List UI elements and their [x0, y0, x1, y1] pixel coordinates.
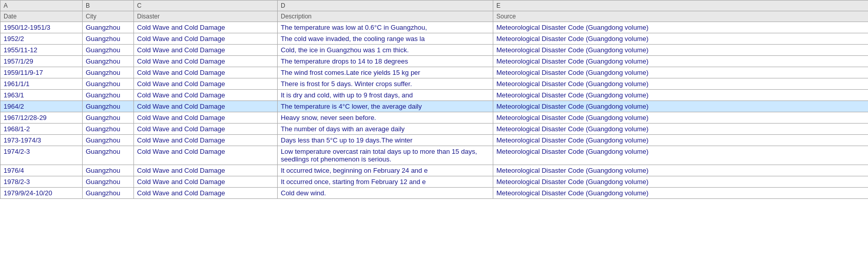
date-cell: 1973-1974/3 — [1, 135, 83, 146]
city-cell: Guangzhou — [83, 188, 134, 199]
table-row[interactable]: 1952/2GuangzhouCold Wave and Cold Damage… — [1, 33, 869, 45]
date-cell: 1968/1-2 — [1, 124, 83, 135]
disaster-cell: Cold Wave and Cold Damage — [134, 112, 278, 124]
description-cell: The temperature was low at 0.6°C in Guan… — [278, 22, 493, 33]
table-row[interactable]: 1955/11-12GuangzhouCold Wave and Cold Da… — [1, 45, 869, 56]
description-cell: The cold wave invaded, the cooling range… — [278, 33, 493, 45]
disaster-cell: Cold Wave and Cold Damage — [134, 135, 278, 146]
date-cell: 1950/12-1951/3 — [1, 22, 83, 33]
description-cell: The temperature drops to 14 to 18 degree… — [278, 56, 493, 67]
city-cell: Guangzhou — [83, 101, 134, 112]
disaster-cell: Cold Wave and Cold Damage — [134, 56, 278, 67]
city-header: City — [83, 11, 134, 22]
table-row[interactable]: 1963/1GuangzhouCold Wave and Cold Damage… — [1, 90, 869, 101]
source-header: Source — [493, 11, 869, 22]
table-row[interactable]: 1978/2-3GuangzhouCold Wave and Cold Dama… — [1, 176, 869, 188]
city-cell: Guangzhou — [83, 45, 134, 56]
source-cell: Meteorological Disaster Code (Guangdong … — [493, 90, 869, 101]
source-cell: Meteorological Disaster Code (Guangdong … — [493, 146, 869, 165]
city-cell: Guangzhou — [83, 146, 134, 165]
disaster-cell: Cold Wave and Cold Damage — [134, 176, 278, 188]
source-cell: Meteorological Disaster Code (Guangdong … — [493, 135, 869, 146]
description-cell: Cold dew wind. — [278, 188, 493, 199]
table-row[interactable]: 1968/1-2GuangzhouCold Wave and Cold Dama… — [1, 124, 869, 135]
date-cell: 1955/11-12 — [1, 45, 83, 56]
table-row[interactable]: 1973-1974/3GuangzhouCold Wave and Cold D… — [1, 135, 869, 146]
source-cell: Meteorological Disaster Code (Guangdong … — [493, 22, 869, 33]
description-cell: It occurred twice, beginning on February… — [278, 165, 493, 176]
disaster-cell: Cold Wave and Cold Damage — [134, 33, 278, 45]
col-c-header: C — [134, 1, 278, 11]
source-cell: Meteorological Disaster Code (Guangdong … — [493, 112, 869, 124]
description-header: Description — [278, 11, 493, 22]
disaster-cell: Cold Wave and Cold Damage — [134, 67, 278, 78]
col-d-header: D — [278, 1, 493, 11]
table-row[interactable]: 1976/4GuangzhouCold Wave and Cold Damage… — [1, 165, 869, 176]
city-cell: Guangzhou — [83, 176, 134, 188]
date-cell: 1976/4 — [1, 165, 83, 176]
city-cell: Guangzhou — [83, 67, 134, 78]
column-letter-row: A B C D E — [1, 1, 869, 11]
table-row[interactable]: 1961/1/1GuangzhouCold Wave and Cold Dama… — [1, 78, 869, 90]
data-table: A B C D E Date City Disaster Description… — [0, 0, 868, 199]
date-cell: 1974/2-3 — [1, 146, 83, 165]
source-cell: Meteorological Disaster Code (Guangdong … — [493, 33, 869, 45]
table-row[interactable]: 1974/2-3GuangzhouCold Wave and Cold Dama… — [1, 146, 869, 165]
table-row[interactable]: 1957/1/29GuangzhouCold Wave and Cold Dam… — [1, 56, 869, 67]
description-cell: It occurred once, starting from February… — [278, 176, 493, 188]
description-cell: Days less than 5°C up to 19 days.The win… — [278, 135, 493, 146]
date-cell: 1959/11/9-17 — [1, 67, 83, 78]
table-row[interactable]: 1979/9/24-10/20GuangzhouCold Wave and Co… — [1, 188, 869, 199]
disaster-cell: Cold Wave and Cold Damage — [134, 101, 278, 112]
description-cell: Heavy snow, never seen before. — [278, 112, 493, 124]
col-a-header: A — [1, 1, 83, 11]
date-header: Date — [1, 11, 83, 22]
disaster-cell: Cold Wave and Cold Damage — [134, 165, 278, 176]
city-cell: Guangzhou — [83, 78, 134, 90]
disaster-cell: Cold Wave and Cold Damage — [134, 45, 278, 56]
table-row[interactable]: 1964/2GuangzhouCold Wave and Cold Damage… — [1, 101, 869, 112]
city-cell: Guangzhou — [83, 124, 134, 135]
city-cell: Guangzhou — [83, 56, 134, 67]
date-cell: 1961/1/1 — [1, 78, 83, 90]
city-cell: Guangzhou — [83, 22, 134, 33]
city-cell: Guangzhou — [83, 90, 134, 101]
date-cell: 1964/2 — [1, 101, 83, 112]
col-e-header: E — [493, 1, 869, 11]
table-row[interactable]: 1959/11/9-17GuangzhouCold Wave and Cold … — [1, 67, 869, 78]
disaster-cell: Cold Wave and Cold Damage — [134, 78, 278, 90]
source-cell: Meteorological Disaster Code (Guangdong … — [493, 67, 869, 78]
city-cell: Guangzhou — [83, 112, 134, 124]
disaster-header: Disaster — [134, 11, 278, 22]
date-cell: 1967/12/28-29 — [1, 112, 83, 124]
date-cell: 1963/1 — [1, 90, 83, 101]
source-cell: Meteorological Disaster Code (Guangdong … — [493, 78, 869, 90]
table-row[interactable]: 1967/12/28-29GuangzhouCold Wave and Cold… — [1, 112, 869, 124]
disaster-cell: Cold Wave and Cold Damage — [134, 124, 278, 135]
col-b-header: B — [83, 1, 134, 11]
date-cell: 1978/2-3 — [1, 176, 83, 188]
description-cell: Cold, the ice in Guangzhou was 1 cm thic… — [278, 45, 493, 56]
date-cell: 1957/1/29 — [1, 56, 83, 67]
city-cell: Guangzhou — [83, 33, 134, 45]
city-cell: Guangzhou — [83, 135, 134, 146]
description-cell: The wind frost comes.Late rice yields 15… — [278, 67, 493, 78]
city-cell: Guangzhou — [83, 165, 134, 176]
source-cell: Meteorological Disaster Code (Guangdong … — [493, 56, 869, 67]
spreadsheet-container: A B C D E Date City Disaster Description… — [0, 0, 868, 199]
description-cell: The temperature is 4°C lower, the averag… — [278, 101, 493, 112]
source-cell: Meteorological Disaster Code (Guangdong … — [493, 45, 869, 56]
description-cell: The number of days with an average daily — [278, 124, 493, 135]
date-cell: 1952/2 — [1, 33, 83, 45]
disaster-cell: Cold Wave and Cold Damage — [134, 188, 278, 199]
source-cell: Meteorological Disaster Code (Guangdong … — [493, 176, 869, 188]
description-cell: Low temperature overcast rain total days… — [278, 146, 493, 165]
disaster-cell: Cold Wave and Cold Damage — [134, 90, 278, 101]
table-row[interactable]: 1950/12-1951/3GuangzhouCold Wave and Col… — [1, 22, 869, 33]
description-cell: It is dry and cold, with up to 9 frost d… — [278, 90, 493, 101]
disaster-cell: Cold Wave and Cold Damage — [134, 146, 278, 165]
source-cell: Meteorological Disaster Code (Guangdong … — [493, 124, 869, 135]
description-cell: There is frost for 5 days. Winter crops … — [278, 78, 493, 90]
source-cell: Meteorological Disaster Code (Guangdong … — [493, 165, 869, 176]
source-cell: Meteorological Disaster Code (Guangdong … — [493, 188, 869, 199]
